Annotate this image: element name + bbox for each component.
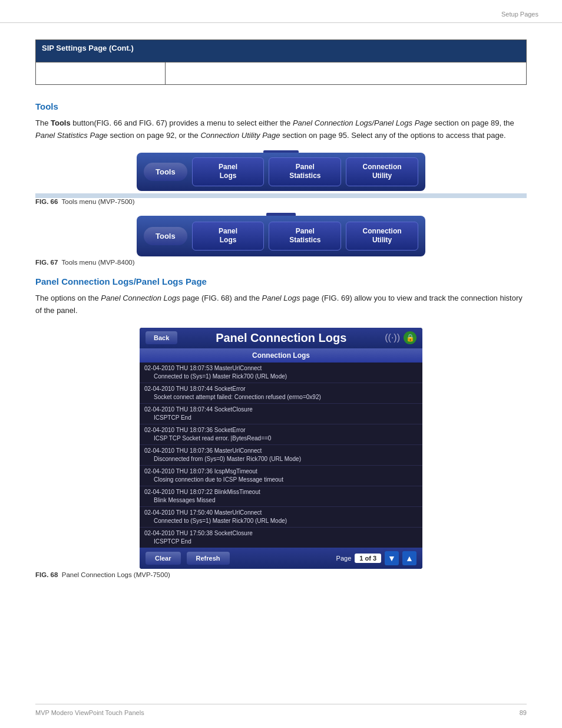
log-line1-3: 02-04-2010 THU 18:07:44 SocketClosure: [144, 406, 418, 414]
page-up-button[interactable]: ▲: [402, 551, 416, 565]
log-line1-1: 02-04-2010 THU 18:07:53 MasterUrlConnect: [144, 364, 418, 373]
conn-utility-btn-fig66[interactable]: ConnectionUtility: [346, 157, 418, 186]
log-line2-8: Connected to (Sys=1) Master Rick700 (URL…: [144, 517, 418, 525]
page-down-button[interactable]: ▼: [385, 551, 399, 565]
pcl-status-icons: ((·)) 🔒: [385, 331, 416, 344]
log-line2-6: Closing connection due to ICSP Message t…: [144, 476, 418, 484]
log-line1-2: 02-04-2010 THU 18:07:44 SocketError: [144, 385, 418, 393]
log-entry-7: 02-04-2010 THU 18:07:22 BlinkMissTimeout…: [140, 486, 422, 507]
sip-settings-table: SIP Settings Page (Cont.): [35, 39, 527, 85]
log-line2-5: Disconnected from (Sys=0) Master Rick700…: [144, 455, 418, 463]
refresh-button[interactable]: Refresh: [187, 552, 230, 565]
log-line1-5: 02-04-2010 THU 18:07:36 MasterUrlConnect: [144, 447, 418, 455]
log-line1-6: 02-04-2010 THU 18:07:36 IcspMsgTimeout: [144, 467, 418, 476]
log-entry-9: 02-04-2010 THU 17:50:38 SocketClosure IC…: [140, 528, 422, 548]
panel-stats-btn-fig66[interactable]: PanelStatistics: [269, 157, 341, 186]
log-line1-7: 02-04-2010 THU 18:07:22 BlinkMissTimeout: [144, 488, 418, 496]
log-entries-list: 02-04-2010 THU 18:07:53 MasterUrlConnect…: [140, 363, 422, 548]
ticker-strip-fig66: [35, 193, 527, 198]
panel-logs-btn-fig67[interactable]: PanelLogs: [192, 222, 265, 251]
pcl-main-title: Panel Connection Logs: [182, 331, 380, 345]
log-entry-4: 02-04-2010 THU 18:07:36 SocketError ICSP…: [140, 424, 422, 445]
pcl-header: Back Panel Connection Logs ((·)) 🔒: [140, 328, 422, 348]
header-title: Setup Pages: [501, 11, 538, 18]
fig66-caption: FIG. 66 Tools menu (MVP-7500): [35, 198, 527, 205]
pcl-footer: Clear Refresh Page 1 of 3 ▼ ▲: [140, 548, 422, 569]
panel-logs-body: The options on the Panel Connection Logs…: [35, 292, 527, 317]
page-info: Page 1 of 3 ▼ ▲: [336, 551, 416, 565]
panel-stats-btn-fig67[interactable]: PanelStatistics: [269, 222, 341, 251]
page-label: Page: [336, 555, 352, 562]
log-line2-2: Socket connect attempt failed: Connectio…: [144, 393, 418, 401]
panel-logs-btn-fig66[interactable]: PanelLogs: [192, 157, 265, 186]
fig66-container: Tools PanelLogs PanelStatistics Connecti…: [35, 153, 527, 205]
panel-connection-logs-figure: Back Panel Connection Logs ((·)) 🔒 Conne…: [140, 328, 422, 569]
tools-button-fig67[interactable]: Tools: [144, 227, 187, 245]
sip-col2: [166, 62, 527, 85]
log-entry-6: 02-04-2010 THU 18:07:36 IcspMsgTimeout C…: [140, 466, 422, 486]
tools-button-fig66[interactable]: Tools: [144, 163, 187, 181]
fig68-caption: FIG. 68 Panel Connection Logs (MVP-7500): [35, 571, 527, 578]
fig67-caption: FIG. 67 Tools menu (MVP-8400): [35, 259, 527, 266]
log-line2-9: ICSPTCP End: [144, 538, 418, 546]
tools-body-text: The Tools button(FIG. 66 and FIG. 67) pr…: [35, 117, 527, 142]
log-line1-8: 02-04-2010 THU 17:50:40 MasterUrlConnect: [144, 509, 418, 517]
log-line2-4: ICSP TCP Socket read error. |BytesRead==…: [144, 434, 418, 443]
fig67-container: Tools PanelLogs PanelStatistics Connecti…: [35, 216, 527, 266]
log-entry-5: 02-04-2010 THU 18:07:36 MasterUrlConnect…: [140, 445, 422, 466]
lock-icon: 🔒: [404, 331, 416, 344]
connection-logs-section-header: Connection Logs: [140, 348, 422, 363]
fig68-container: Back Panel Connection Logs ((·)) 🔒 Conne…: [35, 328, 527, 578]
log-line2-1: Connected to (Sys=1) Master Rick700 (URL…: [144, 373, 418, 381]
sip-col1: [36, 62, 166, 85]
log-line2-7: Blink Messages Missed: [144, 496, 418, 505]
sip-table-header: SIP Settings Page (Cont.): [36, 40, 527, 62]
clear-button[interactable]: Clear: [146, 552, 181, 565]
tools-section-title: Tools: [35, 101, 527, 111]
conn-utility-btn-fig67[interactable]: ConnectionUtility: [346, 222, 418, 251]
page-footer: MVP Modero ViewPoint Touch Panels 89: [35, 704, 527, 716]
panel-conn-logs-title: Panel Connection Logs/Panel Logs Page: [35, 276, 527, 286]
log-entry-2: 02-04-2010 THU 18:07:44 SocketError Sock…: [140, 383, 422, 404]
log-entry-8: 02-04-2010 THU 17:50:40 MasterUrlConnect…: [140, 507, 422, 528]
pcl-back-button[interactable]: Back: [146, 331, 177, 344]
page-number: 1 of 3: [355, 554, 381, 563]
wifi-icon: ((·)): [385, 332, 400, 343]
log-line2-3: ICSPTCP End: [144, 414, 418, 422]
page-content: SIP Settings Page (Cont.) Tools The Tool…: [0, 23, 562, 612]
log-line1-9: 02-04-2010 THU 17:50:38 SocketClosure: [144, 529, 418, 538]
log-entry-1: 02-04-2010 THU 18:07:53 MasterUrlConnect…: [140, 363, 422, 383]
footer-right: 89: [520, 709, 527, 716]
footer-left: MVP Modero ViewPoint Touch Panels: [35, 709, 144, 716]
tools-menu-fig66: Tools PanelLogs PanelStatistics Connecti…: [137, 153, 425, 191]
log-line1-4: 02-04-2010 THU 18:07:36 SocketError: [144, 426, 418, 434]
log-entry-3: 02-04-2010 THU 18:07:44 SocketClosure IC…: [140, 404, 422, 424]
page-header: Setup Pages: [0, 0, 562, 23]
